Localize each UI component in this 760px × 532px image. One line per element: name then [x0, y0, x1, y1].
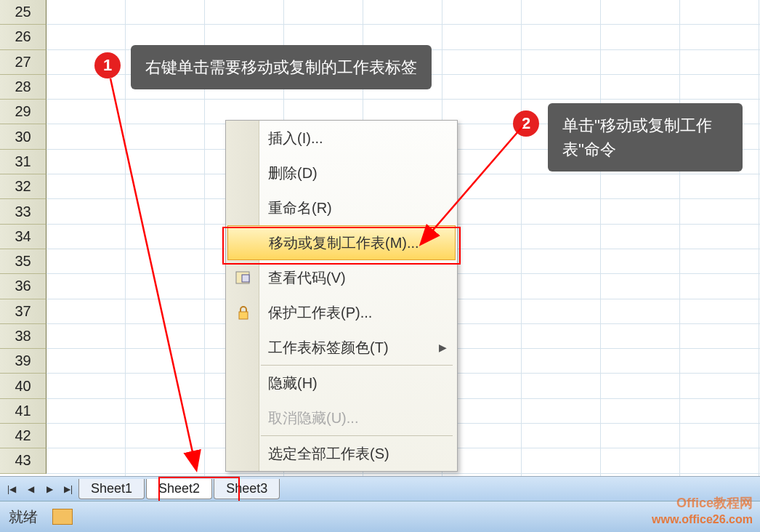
callout-text-2: 单击"移动或复制工作表"命令 [548, 103, 743, 172]
row-header[interactable]: 27 [0, 50, 47, 75]
menu-insert[interactable]: 插入(I)... [226, 121, 457, 156]
menu-select-all[interactable]: 选定全部工作表(S) [226, 436, 457, 471]
row-header[interactable]: 31 [0, 150, 47, 174]
next-sheet-icon[interactable]: ▶ [41, 480, 58, 498]
first-sheet-icon[interactable]: |◀ [3, 480, 20, 498]
menu-unhide: 取消隐藏(U)... [226, 400, 457, 435]
row-header[interactable]: 36 [0, 274, 47, 299]
row-header[interactable]: 28 [0, 75, 47, 100]
row-header[interactable]: 42 [0, 424, 47, 448]
code-icon [233, 268, 252, 287]
row-header[interactable]: 37 [0, 299, 47, 324]
row-header[interactable]: 40 [0, 374, 47, 398]
menu-protect[interactable]: 保护工作表(P)... [226, 295, 457, 330]
menu-delete[interactable]: 删除(D) [226, 156, 457, 190]
sheet-context-menu: 插入(I)... 删除(D) 重命名(R) 移动或复制工作表(M)... 查看代… [225, 120, 458, 472]
lock-icon [233, 303, 252, 322]
menu-view-code[interactable]: 查看代码(V) [226, 260, 457, 295]
row-header[interactable]: 25 [0, 0, 47, 25]
row-header[interactable]: 29 [0, 100, 47, 124]
row-header[interactable]: 43 [0, 448, 47, 473]
prev-sheet-icon[interactable]: ◀ [22, 480, 39, 498]
callout-badge-2: 2 [513, 110, 539, 137]
sheet-tab-2[interactable]: Sheet2 [146, 479, 212, 499]
svg-rect-1 [242, 275, 249, 282]
sheet-tab-1[interactable]: Sheet1 [78, 479, 145, 499]
menu-rename[interactable]: 重命名(R) [226, 190, 457, 225]
macro-record-icon[interactable] [52, 509, 73, 525]
status-bar: 就绪 [0, 501, 760, 532]
sheet-tabs-bar: |◀ ◀ ▶ ▶| Sheet1 Sheet2 Sheet3 [0, 476, 760, 501]
row-header[interactable]: 39 [0, 349, 47, 374]
svg-rect-2 [239, 312, 248, 319]
watermark-logo: Office教程网 [676, 494, 753, 512]
row-header[interactable]: 32 [0, 174, 47, 199]
menu-hide[interactable]: 隐藏(H) [226, 366, 457, 400]
row-header[interactable]: 30 [0, 124, 47, 149]
row-headers-column: 25 26 27 28 29 30 31 32 33 34 35 36 37 3… [0, 0, 47, 474]
menu-move-copy[interactable]: 移动或复制工作表(M)... [227, 225, 456, 260]
status-ready-label: 就绪 [9, 507, 38, 527]
sheet-tab-3[interactable]: Sheet3 [214, 479, 280, 499]
watermark-url: www.office26.com [652, 513, 753, 526]
row-header[interactable]: 41 [0, 399, 47, 424]
callout-text-1: 右键单击需要移动或复制的工作表标签 [131, 45, 432, 89]
row-header[interactable]: 33 [0, 199, 47, 224]
callout-badge-1: 1 [94, 52, 121, 78]
last-sheet-icon[interactable]: ▶| [60, 480, 77, 498]
menu-tab-color[interactable]: 工作表标签颜色(T) ▶ [226, 330, 457, 365]
row-header[interactable]: 38 [0, 324, 47, 349]
row-header[interactable]: 34 [0, 225, 47, 249]
row-header[interactable]: 35 [0, 249, 47, 274]
submenu-arrow-icon: ▶ [439, 342, 447, 353]
row-header[interactable]: 26 [0, 25, 47, 49]
